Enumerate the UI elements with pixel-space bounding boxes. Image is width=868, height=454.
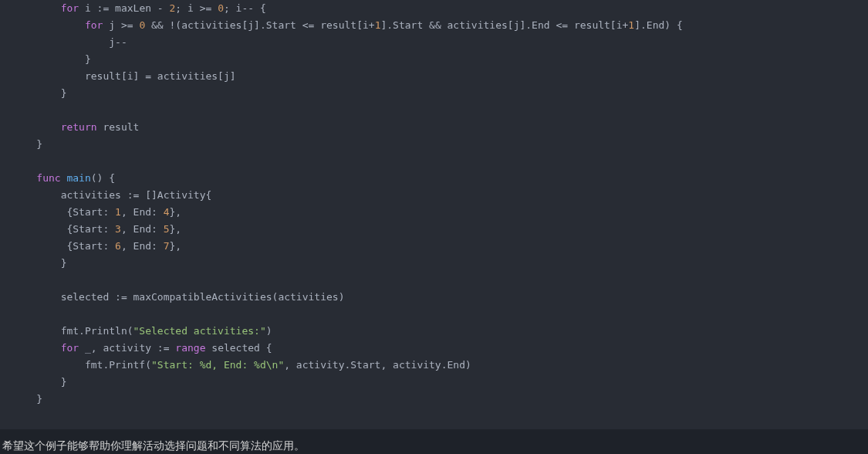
code-line: for j >= 0 && !(activities[j].Start <= r… bbox=[12, 17, 856, 34]
code-content: for i := maxLen - 2; i >= 0; i-- { for j… bbox=[0, 0, 868, 408]
code-line bbox=[12, 153, 856, 170]
code-line: } bbox=[12, 255, 856, 272]
code-line: } bbox=[12, 391, 856, 408]
footer-text: 希望这个例子能够帮助你理解活动选择问题和不同算法的应用。 bbox=[0, 429, 868, 454]
code-line: selected := maxCompatibleActivities(acti… bbox=[12, 289, 856, 306]
code-line: activities := []Activity{ bbox=[12, 187, 856, 204]
code-line: result[i] = activities[j] bbox=[12, 68, 856, 85]
code-line: fmt.Printf("Start: %d, End: %d\n", activ… bbox=[12, 357, 856, 374]
code-line: fmt.Println("Selected activities:") bbox=[12, 323, 856, 340]
code-block: for i := maxLen - 2; i >= 0; i-- { for j… bbox=[0, 0, 868, 429]
code-line: {Start: 3, End: 5}, bbox=[12, 221, 856, 238]
code-line: j-- bbox=[12, 34, 856, 51]
code-line: } bbox=[12, 85, 856, 102]
code-line: return result bbox=[12, 119, 856, 136]
code-line: {Start: 6, End: 7}, bbox=[12, 238, 856, 255]
code-line bbox=[12, 306, 856, 323]
code-line: } bbox=[12, 51, 856, 68]
code-line: {Start: 1, End: 4}, bbox=[12, 204, 856, 221]
footer-message: 希望这个例子能够帮助你理解活动选择问题和不同算法的应用。 bbox=[2, 439, 305, 452]
code-line: func main() { bbox=[12, 170, 856, 187]
code-line: } bbox=[12, 136, 856, 153]
code-line bbox=[12, 102, 856, 119]
code-line: } bbox=[12, 374, 856, 391]
code-line bbox=[12, 272, 856, 289]
code-line: for _, activity := range selected { bbox=[12, 340, 856, 357]
code-line: for i := maxLen - 2; i >= 0; i-- { bbox=[12, 0, 856, 17]
